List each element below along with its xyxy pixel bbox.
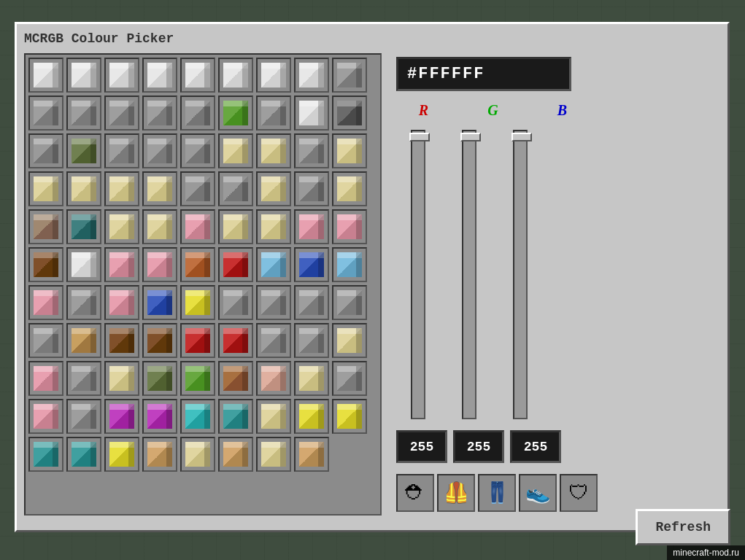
grid-cell[interactable]: [28, 58, 63, 93]
grid-cell[interactable]: [294, 399, 329, 434]
grid-cell[interactable]: [142, 323, 177, 358]
grid-cell[interactable]: [66, 399, 101, 434]
grid-cell[interactable]: [142, 133, 177, 168]
grid-cell[interactable]: [142, 96, 177, 131]
grid-cell[interactable]: [104, 96, 139, 131]
grid-cell[interactable]: [294, 171, 329, 206]
grid-cell[interactable]: [294, 209, 329, 244]
grid-cell[interactable]: [332, 171, 367, 206]
grid-cell[interactable]: [256, 133, 291, 168]
refresh-button[interactable]: Refresh: [636, 509, 730, 545]
grid-cell[interactable]: [180, 361, 215, 396]
grid-cell[interactable]: [218, 247, 253, 282]
r-value-box[interactable]: 255: [396, 430, 447, 463]
grid-cell[interactable]: [66, 361, 101, 396]
grid-cell[interactable]: [294, 96, 329, 131]
grid-cell[interactable]: [294, 285, 329, 320]
grid-cell[interactable]: [256, 285, 291, 320]
grid-cell[interactable]: [66, 133, 101, 168]
grid-cell[interactable]: [332, 323, 367, 358]
grid-cell[interactable]: [332, 96, 367, 131]
grid-cell[interactable]: [66, 209, 101, 244]
grid-cell[interactable]: [66, 437, 101, 472]
grid-cell[interactable]: [256, 209, 291, 244]
grid-cell[interactable]: [332, 399, 367, 434]
grid-cell[interactable]: [180, 247, 215, 282]
grid-cell[interactable]: [256, 361, 291, 396]
grid-cell[interactable]: [104, 323, 139, 358]
grid-cell[interactable]: [332, 285, 367, 320]
grid-cell[interactable]: [332, 133, 367, 168]
grid-cell[interactable]: [218, 58, 253, 93]
grid-cell[interactable]: [256, 399, 291, 434]
grid-cell[interactable]: [218, 361, 253, 396]
grid-cell[interactable]: [104, 399, 139, 434]
chestplate-slot[interactable]: 🦺: [437, 474, 475, 512]
grid-cell[interactable]: [104, 247, 139, 282]
grid-cell[interactable]: [142, 285, 177, 320]
grid-cell[interactable]: [180, 209, 215, 244]
b-slider-thumb[interactable]: [512, 133, 532, 141]
grid-cell[interactable]: [218, 209, 253, 244]
grid-cell[interactable]: [256, 437, 291, 472]
grid-cell[interactable]: [218, 133, 253, 168]
r-slider-thumb[interactable]: [409, 133, 430, 141]
grid-cell[interactable]: [66, 323, 101, 358]
grid-cell[interactable]: [66, 171, 101, 206]
grid-cell[interactable]: [256, 323, 291, 358]
grid-cell[interactable]: [28, 437, 63, 472]
grid-cell[interactable]: [28, 399, 63, 434]
grid-cell[interactable]: [28, 285, 63, 320]
r-slider[interactable]: [411, 130, 425, 419]
grid-cell[interactable]: [294, 323, 329, 358]
item-grid[interactable]: [26, 55, 380, 514]
grid-cell[interactable]: [332, 58, 367, 93]
grid-cell[interactable]: [142, 399, 177, 434]
grid-cell[interactable]: [66, 285, 101, 320]
grid-cell[interactable]: [332, 247, 367, 282]
boots-slot[interactable]: 👟: [519, 474, 557, 512]
grid-cell[interactable]: [218, 437, 253, 472]
leggings-slot[interactable]: 👖: [478, 474, 516, 512]
grid-cell[interactable]: [180, 133, 215, 168]
grid-cell[interactable]: [256, 58, 291, 93]
grid-cell[interactable]: [180, 399, 215, 434]
grid-cell[interactable]: [294, 437, 329, 472]
grid-cell[interactable]: [104, 133, 139, 168]
grid-cell[interactable]: [104, 209, 139, 244]
grid-cell[interactable]: [180, 96, 215, 131]
grid-cell[interactable]: [66, 247, 101, 282]
grid-cell[interactable]: [104, 58, 139, 93]
grid-cell[interactable]: [142, 209, 177, 244]
grid-cell[interactable]: [218, 171, 253, 206]
grid-cell[interactable]: [142, 58, 177, 93]
grid-cell[interactable]: [218, 399, 253, 434]
grid-cell[interactable]: [142, 171, 177, 206]
b-value-box[interactable]: 255: [510, 430, 561, 463]
g-value-box[interactable]: 255: [453, 430, 504, 463]
grid-cell[interactable]: [142, 437, 177, 472]
grid-cell[interactable]: [66, 96, 101, 131]
grid-cell[interactable]: [28, 171, 63, 206]
grid-cell[interactable]: [28, 361, 63, 396]
grid-cell[interactable]: [104, 285, 139, 320]
grid-cell[interactable]: [294, 361, 329, 396]
grid-cell[interactable]: [256, 171, 291, 206]
grid-cell[interactable]: [180, 171, 215, 206]
grid-cell[interactable]: [180, 437, 215, 472]
grid-cell[interactable]: [256, 247, 291, 282]
grid-cell[interactable]: [294, 58, 329, 93]
grid-cell[interactable]: [104, 361, 139, 396]
grid-cell[interactable]: [142, 361, 177, 396]
g-slider-thumb[interactable]: [460, 133, 481, 141]
grid-cell[interactable]: [256, 96, 291, 131]
grid-cell[interactable]: [180, 285, 215, 320]
g-slider[interactable]: [462, 130, 476, 419]
grid-cell[interactable]: [218, 96, 253, 131]
grid-cell[interactable]: [28, 323, 63, 358]
grid-cell[interactable]: [104, 437, 139, 472]
grid-cell[interactable]: [294, 133, 329, 168]
grid-cell[interactable]: [104, 171, 139, 206]
grid-cell[interactable]: [28, 96, 63, 131]
grid-cell[interactable]: [218, 323, 253, 358]
